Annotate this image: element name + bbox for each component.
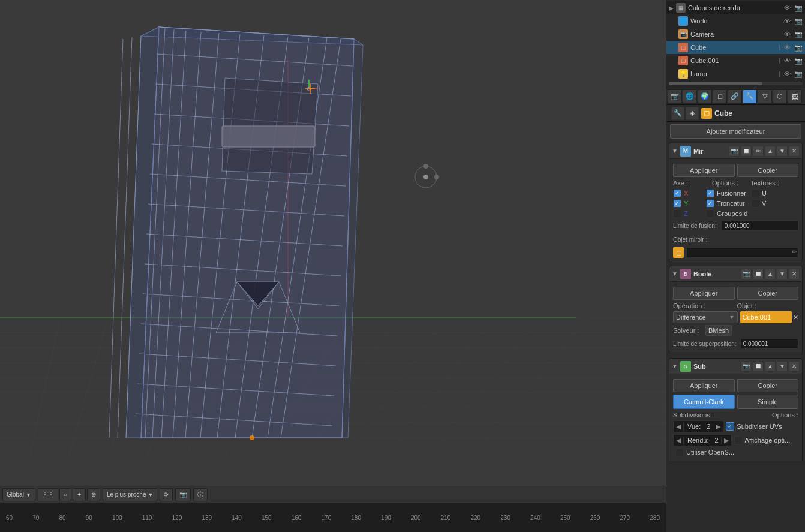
btn-view[interactable]: ⋮⋮: [38, 488, 58, 501]
limite-superposition-field[interactable]: 0.000001: [740, 338, 798, 349]
tab-constraints[interactable]: 🔗: [728, 89, 742, 104]
vis-icon-1[interactable]: 👁: [784, 4, 791, 11]
boolean-btn-2[interactable]: 🔲: [753, 269, 764, 279]
subdiviser-uvs-checkbox[interactable]: ✓: [726, 422, 734, 431]
vis-icon-world[interactable]: 👁: [784, 17, 791, 25]
header-icon-2[interactable]: ◈: [686, 107, 699, 120]
objet-cube001-field[interactable]: Cube.001: [740, 311, 792, 323]
boolean-btn-down[interactable]: ▼: [777, 269, 788, 279]
subdivision-toggle[interactable]: ▼: [672, 363, 678, 369]
tab-render[interactable]: 📷: [668, 89, 682, 104]
vis-icon-cube[interactable]: 👁: [784, 44, 791, 51]
fusionner-checkbox[interactable]: ✓: [706, 189, 714, 197]
mirror-toggle[interactable]: ▼: [672, 148, 678, 154]
vis-icon-lamp[interactable]: 👁: [784, 70, 791, 77]
snap-select[interactable]: Le plus proche ▼: [103, 488, 158, 501]
texture-u-label: U: [762, 190, 767, 197]
troncatur-checkbox[interactable]: ✓: [706, 199, 714, 208]
outliner-item-calques[interactable]: ▶ ▦ Calques de rendu 👁 📷: [666, 1, 805, 14]
boolean-toggle[interactable]: ▼: [672, 270, 678, 277]
btn-info[interactable]: ⓘ: [193, 488, 208, 501]
btn-snap[interactable]: ✦: [73, 488, 86, 501]
btn-axis[interactable]: ⊕: [87, 488, 100, 501]
timeline-num-170: 170: [322, 515, 332, 521]
render-icon-1[interactable]: 📷: [794, 4, 803, 12]
subdivision-btn-delete[interactable]: ✕: [789, 361, 800, 372]
tab-scene[interactable]: 🌐: [683, 89, 697, 104]
boolean-btn-1[interactable]: 📷: [741, 269, 752, 279]
vue-field[interactable]: ◀ Vue: 2 ▶: [673, 420, 723, 432]
vue-arrow-left[interactable]: ◀: [674, 423, 684, 431]
render-icon-camera[interactable]: 📷: [794, 31, 803, 38]
tab-texture[interactable]: 🖼: [788, 89, 802, 104]
btn-camera[interactable]: 📷: [175, 488, 191, 501]
vis-icon-cube001[interactable]: 👁: [784, 57, 791, 64]
render-icon-world[interactable]: 📷: [794, 17, 803, 25]
rendu-arrow-right[interactable]: ▶: [721, 437, 731, 444]
mode-select[interactable]: Global ▼: [2, 488, 35, 501]
texture-u-checkbox[interactable]: [751, 189, 759, 197]
tab-object[interactable]: ◻: [713, 89, 727, 104]
catmull-clark-btn[interactable]: Catmull-Clark: [673, 395, 735, 409]
boolean-actions: 📷 🔲 ▲ ▼ ✕: [741, 269, 800, 279]
subdivision-btn-up[interactable]: ▲: [765, 361, 776, 372]
affichage-opti-checkbox[interactable]: [734, 436, 743, 444]
boolean-btn-delete[interactable]: ✕: [789, 269, 800, 279]
tab-world[interactable]: 🌍: [698, 89, 712, 104]
subdivision-btn-down[interactable]: ▼: [777, 361, 788, 372]
mirror-btn-down[interactable]: ▼: [777, 146, 788, 157]
utiliser-opens-checkbox[interactable]: [675, 448, 684, 456]
mirror-btn-render[interactable]: 🔲: [741, 146, 752, 157]
vue-arrow-right[interactable]: ▶: [713, 423, 723, 431]
vis-icon-camera[interactable]: 👁: [784, 31, 791, 38]
operation-dropdown[interactable]: Différence ▼: [673, 311, 738, 323]
groupes-checkbox[interactable]: [706, 209, 714, 218]
axis-y-checkbox[interactable]: ✓: [673, 199, 681, 208]
outliner-item-world[interactable]: 🌐 World 👁 📷: [666, 14, 805, 28]
render-icon-cube[interactable]: 📷: [794, 44, 803, 52]
tab-data[interactable]: ▽: [758, 89, 772, 104]
limite-fusion-field[interactable]: 0.001000: [722, 220, 798, 231]
objet-field-container: Cube.001 ✕: [740, 311, 799, 323]
modifier-mirror: ▼ M Mir 📷 🔲 ✏ ▲ ▼ ✕ Appliquer: [669, 143, 803, 262]
outliner-item-cube[interactable]: ▢ Cube | 👁 📷: [666, 41, 805, 54]
render-icon-lamp[interactable]: 📷: [794, 70, 803, 78]
viewport[interactable]: Global ▼ ⋮⋮ ○ ✦ ⊕ Le plus proche ▼ ⟳ 📷 ⓘ…: [0, 0, 666, 532]
outliner-item-cube001[interactable]: ▢ Cube.001 | 👁 📷: [666, 54, 805, 67]
add-modifier-button[interactable]: Ajouter modificateur: [670, 124, 801, 139]
mirror-btn-camera[interactable]: 📷: [729, 146, 740, 157]
tab-material[interactable]: ⬡: [773, 89, 787, 104]
boolean-copy-btn[interactable]: Copier: [737, 287, 799, 300]
btn-circle[interactable]: ○: [59, 488, 71, 501]
objet-miroir-input[interactable]: ✏: [686, 247, 798, 258]
snap-arrow: ▼: [148, 492, 153, 498]
svg-point-71: [434, 175, 439, 179]
boolean-apply-btn[interactable]: Appliquer: [673, 287, 735, 300]
render-icon-cube001[interactable]: 📷: [794, 57, 803, 65]
mirror-apply-btn[interactable]: Appliquer: [673, 164, 735, 177]
boolean-btn-up[interactable]: ▲: [765, 269, 776, 279]
timeline-num-260: 260: [590, 515, 600, 521]
axis-x-checkbox[interactable]: ✓: [673, 189, 681, 197]
simple-btn[interactable]: Simple: [737, 395, 799, 409]
axis-z-checkbox[interactable]: [673, 209, 681, 218]
3d-viewport[interactable]: [0, 0, 666, 486]
mirror-btn-edit[interactable]: ✏: [753, 146, 764, 157]
outliner-item-lamp[interactable]: 💡 Lamp | 👁 📷: [666, 67, 805, 80]
subdivision-btn-2[interactable]: 🔲: [753, 361, 764, 372]
mirror-btn-up[interactable]: ▲: [765, 146, 776, 157]
outliner-scrollbar[interactable]: [669, 82, 803, 85]
tab-modifiers[interactable]: 🔧: [743, 89, 757, 104]
header-icon-1[interactable]: 🔧: [671, 107, 684, 120]
subdivision-copy-btn[interactable]: Copier: [737, 379, 799, 392]
texture-v-checkbox[interactable]: [751, 199, 759, 208]
rendu-arrow-left[interactable]: ◀: [674, 437, 684, 444]
outliner-item-camera[interactable]: 📷 Camera 👁 📷: [666, 28, 805, 41]
subdivision-btn-1[interactable]: 📷: [741, 361, 752, 372]
btn-render[interactable]: ⟳: [160, 488, 173, 501]
mirror-btn-delete[interactable]: ✕: [789, 146, 800, 157]
subdivision-apply-btn[interactable]: Appliquer: [673, 379, 735, 392]
rendu-field[interactable]: ◀ Rendu: 2 ▶: [673, 434, 732, 446]
objet-clear-btn[interactable]: ✕: [793, 314, 798, 321]
mirror-copy-btn[interactable]: Copier: [737, 164, 799, 177]
